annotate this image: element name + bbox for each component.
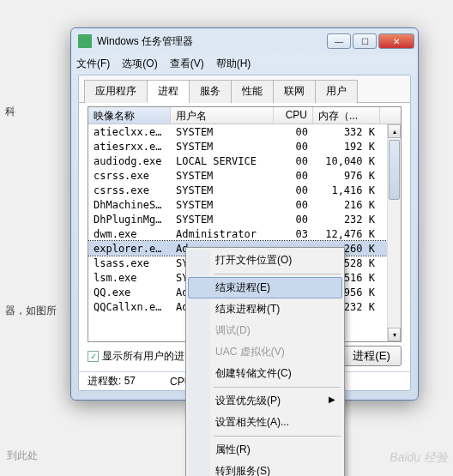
show-all-checkbox[interactable]: ✓	[88, 351, 99, 362]
cell-mem: 332 K	[313, 126, 380, 138]
end-process-button[interactable]: 进程(E)	[341, 346, 402, 366]
tab-applications[interactable]: 应用程序	[84, 80, 148, 103]
cell-user: SYSTEM	[171, 170, 274, 182]
table-header: 映像名称 用户名 CPU 内存（...	[88, 107, 401, 124]
menu-separator	[214, 274, 341, 274]
tab-users[interactable]: 用户	[315, 80, 358, 103]
cell-name: QQ.exe	[88, 286, 171, 298]
tab-services[interactable]: 服务	[189, 80, 232, 103]
cell-cpu: 00	[274, 155, 313, 167]
menu-separator	[214, 436, 341, 437]
cell-name: lsass.exe	[88, 257, 171, 269]
col-cpu[interactable]: CPU	[274, 107, 313, 124]
table-row[interactable]: atiesrxx.exeSYSTEM00192 K	[88, 139, 401, 154]
window-controls: — ☐ ✕	[327, 33, 414, 49]
menu-item[interactable]: 结束进程(E)	[188, 277, 342, 298]
scrollbar[interactable]: ▴ ▾	[387, 124, 401, 341]
col-image-name[interactable]: 映像名称	[88, 107, 171, 124]
cell-user: SYSTEM	[171, 126, 274, 138]
scroll-up-button[interactable]: ▴	[388, 124, 401, 138]
cell-mem: 192 K	[313, 141, 380, 153]
col-user[interactable]: 用户名	[171, 107, 274, 124]
bg-text: 到此处	[7, 449, 38, 463]
table-row[interactable]: audiodg.exeLOCAL SERVICE0010,040 K	[88, 154, 401, 168]
cell-mem: 1,416 K	[313, 184, 380, 196]
cell-name: DhMachineS...	[88, 199, 171, 211]
menu-help[interactable]: 帮助(H)	[216, 57, 251, 71]
cell-name: atieclxx.exe	[88, 126, 171, 138]
menu-item: 调试(D)	[188, 320, 342, 341]
status-processes: 进程数: 57	[88, 374, 136, 389]
maximize-button[interactable]: ☐	[353, 33, 377, 49]
cell-name: lsm.exe	[88, 272, 171, 284]
menu-item[interactable]: 结束进程树(T)	[188, 298, 342, 320]
menubar: 文件(F) 选项(O) 查看(V) 帮助(H)	[71, 54, 418, 73]
cell-cpu: 00	[274, 199, 313, 211]
cell-mem: 216 K	[313, 199, 380, 211]
menu-separator	[214, 387, 341, 388]
tab-performance[interactable]: 性能	[231, 80, 274, 103]
cell-cpu: 00	[274, 170, 313, 182]
menu-options[interactable]: 选项(O)	[122, 57, 157, 71]
bg-text: 科	[5, 105, 15, 119]
tabs: 应用程序 进程 服务 性能 联网 用户	[79, 75, 410, 103]
cell-name: explorer.exe	[88, 243, 171, 255]
cell-cpu: 00	[274, 126, 313, 138]
cell-name: atiesrxx.exe	[88, 141, 171, 153]
scroll-down-button[interactable]: ▾	[388, 328, 401, 341]
cell-mem: 976 K	[313, 170, 380, 182]
cell-cpu: 03	[274, 228, 313, 240]
bg-text: 器，如图所	[5, 304, 57, 318]
menu-item: UAC 虚拟化(V)	[188, 341, 342, 363]
cell-user: SYSTEM	[171, 199, 274, 211]
menu-file[interactable]: 文件(F)	[76, 57, 110, 71]
cell-name: audiodg.exe	[88, 155, 171, 167]
table-row[interactable]: DhPluginMg...SYSTEM00232 K	[88, 212, 401, 226]
cell-name: DhPluginMg...	[88, 214, 171, 226]
cell-mem: 10,040 K	[313, 155, 380, 167]
watermark: Baidu 经验	[390, 450, 448, 466]
cell-user: LOCAL SERVICE	[171, 155, 274, 167]
close-button[interactable]: ✕	[378, 33, 414, 49]
cell-cpu: 00	[274, 141, 313, 153]
cell-user: Administrator	[171, 228, 274, 240]
cell-mem: 232 K	[313, 214, 380, 226]
window-title: Windows 任务管理器	[97, 34, 327, 49]
table-row[interactable]: atieclxx.exeSYSTEM00332 K	[88, 124, 401, 139]
cell-user: SYSTEM	[171, 141, 274, 153]
menu-item[interactable]: 设置相关性(A)...	[188, 412, 342, 433]
context-menu: 打开文件位置(O)结束进程(E)结束进程树(T)调试(D)UAC 虚拟化(V)创…	[185, 247, 345, 476]
cell-user: SYSTEM	[171, 184, 274, 196]
table-row[interactable]: dwm.exeAdministrator0312,476 K	[88, 226, 401, 241]
scroll-thumb[interactable]	[389, 140, 400, 200]
cell-name: csrss.exe	[88, 170, 171, 182]
menu-item[interactable]: 打开文件位置(O)	[188, 250, 342, 271]
menu-item[interactable]: 创建转储文件(C)	[188, 363, 342, 384]
menu-item[interactable]: 设置优先级(P)▶	[188, 390, 342, 412]
cell-user: SYSTEM	[171, 214, 274, 226]
table-row[interactable]: DhMachineS...SYSTEM00216 K	[88, 197, 401, 212]
cell-name: QQCallxn.exe	[88, 301, 171, 313]
table-row[interactable]: csrss.exeSYSTEM001,416 K	[88, 183, 401, 197]
menu-item[interactable]: 属性(R)	[188, 439, 342, 461]
cell-cpu: 00	[274, 214, 313, 226]
table-row[interactable]: csrss.exeSYSTEM00976 K	[88, 168, 401, 183]
app-icon	[78, 34, 92, 48]
cell-name: dwm.exe	[88, 228, 171, 240]
tab-network[interactable]: 联网	[273, 80, 316, 103]
submenu-arrow-icon: ▶	[329, 395, 335, 404]
show-all-label: 显示所有用户的进	[102, 349, 184, 364]
tab-processes[interactable]: 进程	[147, 80, 190, 103]
cell-mem: 12,476 K	[313, 228, 380, 240]
titlebar[interactable]: Windows 任务管理器 — ☐ ✕	[71, 28, 418, 54]
menu-item[interactable]: 转到服务(S)	[188, 461, 342, 476]
minimize-button[interactable]: —	[327, 33, 351, 49]
menu-view[interactable]: 查看(V)	[170, 57, 204, 71]
col-memory[interactable]: 内存（...	[313, 107, 380, 124]
cell-name: csrss.exe	[88, 184, 171, 196]
cell-cpu: 00	[274, 184, 313, 196]
